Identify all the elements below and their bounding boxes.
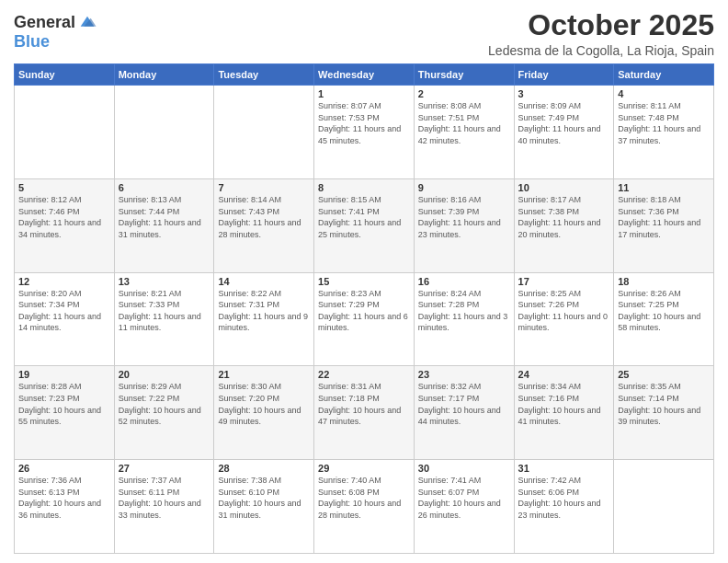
day-number: 29 <box>318 463 410 474</box>
day-header-sunday: Sunday <box>15 64 115 86</box>
logo-text-blue: Blue <box>14 32 50 51</box>
calendar-cell <box>15 86 115 179</box>
day-info: Sunrise: 7:42 AM Sunset: 6:06 PM Dayligh… <box>518 475 610 521</box>
calendar-cell: 16Sunrise: 8:24 AM Sunset: 7:28 PM Dayli… <box>414 272 514 366</box>
calendar-cell: 1Sunrise: 8:07 AM Sunset: 7:53 PM Daylig… <box>314 86 415 179</box>
calendar-cell: 23Sunrise: 8:32 AM Sunset: 7:17 PM Dayli… <box>414 366 514 460</box>
day-header-friday: Friday <box>514 64 614 86</box>
day-info: Sunrise: 8:32 AM Sunset: 7:17 PM Dayligh… <box>418 381 510 427</box>
calendar-cell: 13Sunrise: 8:21 AM Sunset: 7:33 PM Dayli… <box>114 272 214 366</box>
day-info: Sunrise: 8:09 AM Sunset: 7:49 PM Dayligh… <box>518 100 610 146</box>
day-info: Sunrise: 8:16 AM Sunset: 7:39 PM Dayligh… <box>418 194 510 240</box>
day-info: Sunrise: 8:08 AM Sunset: 7:51 PM Dayligh… <box>418 100 510 146</box>
calendar-cell: 20Sunrise: 8:29 AM Sunset: 7:22 PM Dayli… <box>114 366 214 460</box>
day-number: 3 <box>518 88 610 99</box>
day-info: Sunrise: 8:14 AM Sunset: 7:43 PM Dayligh… <box>218 194 310 240</box>
day-header-wednesday: Wednesday <box>314 64 415 86</box>
day-header-thursday: Thursday <box>414 64 514 86</box>
day-number: 10 <box>518 182 610 193</box>
calendar-cell: 10Sunrise: 8:17 AM Sunset: 7:38 PM Dayli… <box>514 178 614 272</box>
calendar-cell: 22Sunrise: 8:31 AM Sunset: 7:18 PM Dayli… <box>314 366 415 460</box>
day-info: Sunrise: 8:34 AM Sunset: 7:16 PM Dayligh… <box>518 381 610 427</box>
day-number: 9 <box>418 182 510 193</box>
calendar-cell: 29Sunrise: 7:40 AM Sunset: 6:08 PM Dayli… <box>314 460 415 554</box>
calendar-cell <box>614 460 714 554</box>
calendar-cell: 11Sunrise: 8:18 AM Sunset: 7:36 PM Dayli… <box>614 178 714 272</box>
calendar-cell: 3Sunrise: 8:09 AM Sunset: 7:49 PM Daylig… <box>514 86 614 179</box>
calendar-cell: 25Sunrise: 8:35 AM Sunset: 7:14 PM Dayli… <box>614 366 714 460</box>
calendar-cell: 15Sunrise: 8:23 AM Sunset: 7:29 PM Dayli… <box>314 272 415 366</box>
day-info: Sunrise: 7:38 AM Sunset: 6:10 PM Dayligh… <box>218 475 310 521</box>
day-info: Sunrise: 8:28 AM Sunset: 7:23 PM Dayligh… <box>18 381 110 427</box>
calendar-cell: 14Sunrise: 8:22 AM Sunset: 7:31 PM Dayli… <box>214 272 314 366</box>
day-info: Sunrise: 8:21 AM Sunset: 7:33 PM Dayligh… <box>119 288 210 334</box>
day-info: Sunrise: 7:36 AM Sunset: 6:13 PM Dayligh… <box>18 475 110 521</box>
calendar-cell: 9Sunrise: 8:16 AM Sunset: 7:39 PM Daylig… <box>414 178 514 272</box>
day-number: 4 <box>618 88 710 99</box>
day-info: Sunrise: 8:12 AM Sunset: 7:46 PM Dayligh… <box>18 194 110 240</box>
day-info: Sunrise: 8:31 AM Sunset: 7:18 PM Dayligh… <box>318 381 410 427</box>
calendar-cell: 27Sunrise: 7:37 AM Sunset: 6:11 PM Dayli… <box>114 460 214 554</box>
day-number: 14 <box>218 276 310 287</box>
day-number: 30 <box>418 463 510 474</box>
calendar-cell: 26Sunrise: 7:36 AM Sunset: 6:13 PM Dayli… <box>15 460 115 554</box>
calendar-cell: 4Sunrise: 8:11 AM Sunset: 7:48 PM Daylig… <box>614 86 714 179</box>
day-number: 8 <box>318 182 410 193</box>
day-info: Sunrise: 8:15 AM Sunset: 7:41 PM Dayligh… <box>318 194 410 240</box>
calendar-cell: 21Sunrise: 8:30 AM Sunset: 7:20 PM Dayli… <box>214 366 314 460</box>
calendar-cell: 8Sunrise: 8:15 AM Sunset: 7:41 PM Daylig… <box>314 178 415 272</box>
day-number: 27 <box>119 463 210 474</box>
calendar-cell: 24Sunrise: 8:34 AM Sunset: 7:16 PM Dayli… <box>514 366 614 460</box>
day-info: Sunrise: 8:18 AM Sunset: 7:36 PM Dayligh… <box>618 194 710 240</box>
day-info: Sunrise: 8:11 AM Sunset: 7:48 PM Dayligh… <box>618 100 710 146</box>
day-number: 21 <box>218 369 310 380</box>
day-number: 18 <box>618 276 710 287</box>
day-number: 13 <box>119 276 210 287</box>
day-number: 11 <box>618 182 710 193</box>
day-info: Sunrise: 7:41 AM Sunset: 6:07 PM Dayligh… <box>418 475 510 521</box>
day-number: 15 <box>318 276 410 287</box>
day-info: Sunrise: 8:23 AM Sunset: 7:29 PM Dayligh… <box>318 288 410 334</box>
day-number: 17 <box>518 276 610 287</box>
calendar-cell <box>214 86 314 179</box>
calendar-cell: 28Sunrise: 7:38 AM Sunset: 6:10 PM Dayli… <box>214 460 314 554</box>
day-number: 23 <box>418 369 510 380</box>
day-info: Sunrise: 8:26 AM Sunset: 7:25 PM Dayligh… <box>618 288 710 334</box>
logo: General Blue <box>14 13 97 52</box>
day-number: 7 <box>218 182 310 193</box>
day-number: 1 <box>318 88 410 99</box>
day-number: 20 <box>119 369 210 380</box>
day-number: 28 <box>218 463 310 474</box>
calendar-cell: 30Sunrise: 7:41 AM Sunset: 6:07 PM Dayli… <box>414 460 514 554</box>
day-number: 2 <box>418 88 510 99</box>
page-header: General Blue October 2025 Ledesma de la … <box>14 9 714 58</box>
day-info: Sunrise: 8:22 AM Sunset: 7:31 PM Dayligh… <box>218 288 310 334</box>
title-area: October 2025 Ledesma de la Cogolla, La R… <box>488 9 714 58</box>
day-number: 16 <box>418 276 510 287</box>
day-info: Sunrise: 8:24 AM Sunset: 7:28 PM Dayligh… <box>418 288 510 334</box>
calendar-table: SundayMondayTuesdayWednesdayThursdayFrid… <box>14 63 714 554</box>
day-number: 26 <box>18 463 110 474</box>
calendar-cell: 7Sunrise: 8:14 AM Sunset: 7:43 PM Daylig… <box>214 178 314 272</box>
logo-icon <box>77 13 97 33</box>
day-info: Sunrise: 7:40 AM Sunset: 6:08 PM Dayligh… <box>318 475 410 521</box>
day-number: 22 <box>318 369 410 380</box>
day-info: Sunrise: 8:30 AM Sunset: 7:20 PM Dayligh… <box>218 381 310 427</box>
calendar-cell: 19Sunrise: 8:28 AM Sunset: 7:23 PM Dayli… <box>15 366 115 460</box>
day-number: 5 <box>18 182 110 193</box>
day-number: 24 <box>518 369 610 380</box>
day-info: Sunrise: 7:37 AM Sunset: 6:11 PM Dayligh… <box>119 475 210 521</box>
location: Ledesma de la Cogolla, La Rioja, Spain <box>488 43 714 58</box>
day-number: 25 <box>618 369 710 380</box>
day-info: Sunrise: 8:07 AM Sunset: 7:53 PM Dayligh… <box>318 100 410 146</box>
day-header-tuesday: Tuesday <box>214 64 314 86</box>
calendar-cell: 12Sunrise: 8:20 AM Sunset: 7:34 PM Dayli… <box>15 272 115 366</box>
calendar-cell: 31Sunrise: 7:42 AM Sunset: 6:06 PM Dayli… <box>514 460 614 554</box>
logo-text-general: General <box>14 14 75 32</box>
day-header-monday: Monday <box>114 64 214 86</box>
day-number: 6 <box>119 182 210 193</box>
day-number: 19 <box>18 369 110 380</box>
calendar-cell: 5Sunrise: 8:12 AM Sunset: 7:46 PM Daylig… <box>15 178 115 272</box>
day-header-saturday: Saturday <box>614 64 714 86</box>
day-info: Sunrise: 8:20 AM Sunset: 7:34 PM Dayligh… <box>18 288 110 334</box>
